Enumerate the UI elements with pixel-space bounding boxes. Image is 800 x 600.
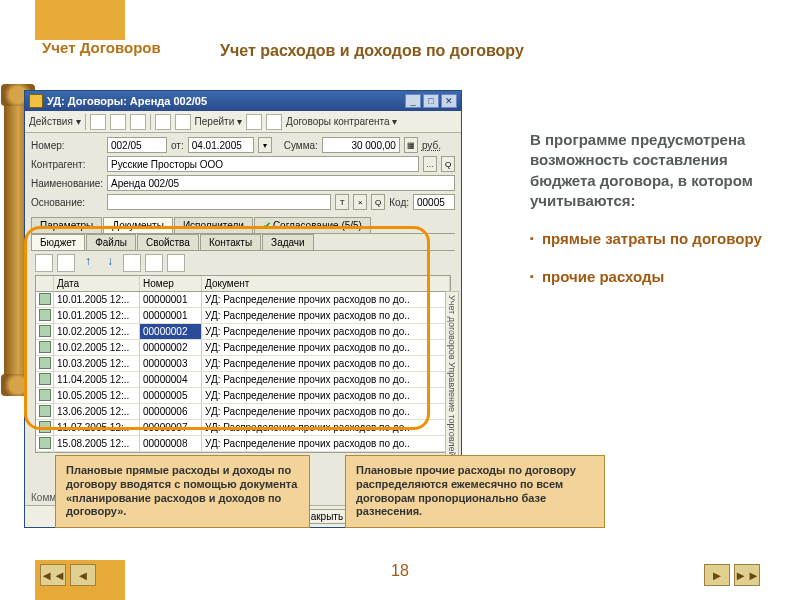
name-input[interactable]: Аренда 002/05 [107, 175, 455, 191]
table-row[interactable]: 13.06.2005 12:..00000006УД: Распределени… [36, 404, 450, 420]
tab-budget[interactable]: Бюджет [31, 234, 85, 250]
tab-params[interactable]: Параметры [31, 217, 102, 233]
decor-bar-top [35, 0, 125, 40]
cell-date: 10.05.2005 12:.. [54, 388, 140, 403]
note-left: Плановые прямые расходы и доходы по дого… [55, 455, 310, 528]
cell-doc: УД: Распределение прочих расходов по до.… [202, 308, 450, 323]
grid-tool-icon[interactable] [35, 254, 53, 272]
date-input[interactable]: 04.01.2005 [188, 137, 254, 153]
tab-approval[interactable]: ✔Согласование (5/5) [254, 217, 371, 233]
toolbar-icon[interactable] [175, 114, 191, 130]
code-label: Код: [389, 197, 409, 208]
toolbar-icon[interactable] [266, 114, 282, 130]
table-row[interactable]: 10.01.2005 12:..00000001УД: Распределени… [36, 308, 450, 324]
tab-executors[interactable]: Исполнители [174, 217, 253, 233]
page-number: 18 [0, 562, 800, 580]
cell-date: 10.02.2005 12:.. [54, 324, 140, 339]
table-row[interactable]: 10.05.2005 12:..00000005УД: Распределени… [36, 388, 450, 404]
doc-icon [39, 405, 51, 417]
x-button[interactable]: × [353, 194, 367, 210]
cell-date: 15.08.2005 12:.. [54, 436, 140, 451]
tab-contacts[interactable]: Контакты [200, 234, 261, 250]
date-label: от: [171, 140, 184, 151]
calc-button[interactable]: ▦ [404, 137, 418, 153]
tab-tasks[interactable]: Задачи [262, 234, 314, 250]
cell-date: 10.02.2005 12:.. [54, 340, 140, 355]
cell-doc: УД: Распределение прочих расходов по до.… [202, 372, 450, 387]
tab-properties[interactable]: Свойства [137, 234, 199, 250]
basis-label: Основание: [31, 197, 103, 208]
col-icon[interactable] [36, 276, 54, 291]
grid-header: Дата Номер Документ [36, 276, 450, 292]
close-button[interactable]: ✕ [441, 94, 457, 108]
cell-doc: УД: Распределение прочих расходов по до.… [202, 356, 450, 371]
cell-num: 00000004 [140, 372, 202, 387]
window-title: УД: Договоры: Аренда 002/05 [47, 95, 403, 107]
code-input[interactable]: 00005 [413, 194, 455, 210]
col-doc[interactable]: Документ [202, 276, 450, 291]
table-row[interactable]: 10.03.2005 12:..00000003УД: Распределени… [36, 356, 450, 372]
grid-tool-icon[interactable] [167, 254, 185, 272]
t-button[interactable]: T [335, 194, 349, 210]
grid-toolbar: ↑ ↓ [35, 254, 451, 272]
doc-icon [39, 309, 51, 321]
cell-date: 10.01.2005 12:.. [54, 308, 140, 323]
cell-date: 11.04.2005 12:.. [54, 372, 140, 387]
tab-files[interactable]: Файлы [86, 234, 136, 250]
table-row[interactable]: 15.08.2005 12:..00000008УД: Распределени… [36, 436, 450, 452]
grid-tool-icon[interactable] [145, 254, 163, 272]
table-row[interactable]: 11.04.2005 12:..00000004УД: Распределени… [36, 372, 450, 388]
name-label: Наименование: [31, 178, 103, 189]
toolbar-icon[interactable] [246, 114, 262, 130]
doc-icon [39, 421, 51, 433]
toolbar-icon[interactable] [90, 114, 106, 130]
actions-menu[interactable]: Действия ▾ [29, 116, 81, 127]
form-area: Номер: 002/05 от: 04.01.2005 ▾ Сумма: 30… [25, 133, 461, 215]
contragent-docs-menu[interactable]: Договоры контрагента ▾ [286, 116, 397, 127]
check-icon: ✔ [263, 220, 271, 231]
arrow-down-icon[interactable]: ↓ [101, 254, 119, 272]
date-picker-button[interactable]: ▾ [258, 137, 272, 153]
open-button[interactable]: Q [441, 156, 455, 172]
q-button[interactable]: Q [371, 194, 385, 210]
cell-date: 13.06.2005 12:.. [54, 404, 140, 419]
goto-menu[interactable]: Перейти ▾ [195, 116, 242, 127]
maximize-button[interactable]: □ [423, 94, 439, 108]
toolbar-icon[interactable] [155, 114, 171, 130]
toolbar-icon[interactable] [110, 114, 126, 130]
table-row[interactable]: 10.02.2005 12:..00000002УД: Распределени… [36, 324, 450, 340]
tabs-row-1: Параметры Документы Исполнители ✔Согласо… [31, 217, 455, 234]
col-num[interactable]: Номер [140, 276, 202, 291]
toolbar-icon[interactable] [130, 114, 146, 130]
cell-num: 00000006 [140, 404, 202, 419]
doc-icon [39, 341, 51, 353]
sum-input[interactable]: 30 000,00 [322, 137, 400, 153]
num-label: Номер: [31, 140, 103, 151]
currency-link[interactable]: руб. [422, 140, 441, 151]
select-button[interactable]: … [423, 156, 437, 172]
side-vertical-text[interactable]: Учет договоров Управление торговлей [445, 291, 459, 461]
arrow-up-icon[interactable]: ↑ [79, 254, 97, 272]
grid-tool-icon[interactable] [123, 254, 141, 272]
minimize-button[interactable]: _ [405, 94, 421, 108]
titlebar[interactable]: УД: Договоры: Аренда 002/05 _ □ ✕ [25, 91, 461, 111]
table-row[interactable]: 10.02.2005 12:..00000002УД: Распределени… [36, 340, 450, 356]
col-date[interactable]: Дата [54, 276, 140, 291]
table-row[interactable]: 10.01.2005 12:..00000001УД: Распределени… [36, 292, 450, 308]
nav-last-button[interactable]: ►► [734, 564, 760, 586]
nav-next-button[interactable]: ► [704, 564, 730, 586]
basis-input[interactable] [107, 194, 331, 210]
cell-date: 10.03.2005 12:.. [54, 356, 140, 371]
kontr-input[interactable]: Русские Просторы ООО [107, 156, 419, 172]
doc-icon [39, 325, 51, 337]
num-input[interactable]: 002/05 [107, 137, 167, 153]
nav-first-button[interactable]: ◄◄ [40, 564, 66, 586]
note-right: Плановые прочие расходы по договору расп… [345, 455, 605, 528]
table-row[interactable]: 11.07.2005 12:..00000007УД: Распределени… [36, 420, 450, 436]
cell-num: 00000005 [140, 388, 202, 403]
nav-prev-button[interactable]: ◄ [70, 564, 96, 586]
grid-tool-icon[interactable] [57, 254, 75, 272]
cell-num: 00000001 [140, 308, 202, 323]
cell-doc: УД: Распределение прочих расходов по до.… [202, 292, 450, 307]
tab-documents[interactable]: Документы [103, 217, 173, 233]
